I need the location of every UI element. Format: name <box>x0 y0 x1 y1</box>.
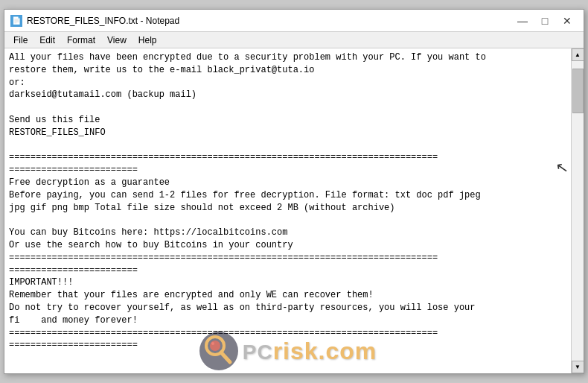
menu-help[interactable]: Help <box>132 34 163 47</box>
window-title: RESTORE_FILES_INFO.txt - Notepad <box>27 16 179 26</box>
title-bar: 📄 RESTORE_FILES_INFO.txt - Notepad — □ ✕ <box>4 10 584 32</box>
scroll-up-arrow[interactable]: ▲ <box>572 48 584 61</box>
menu-edit[interactable]: Edit <box>33 34 61 47</box>
menu-format[interactable]: Format <box>61 34 101 47</box>
menu-file[interactable]: File <box>7 34 33 47</box>
maximize-button[interactable]: □ <box>534 13 555 29</box>
scroll-track[interactable] <box>572 61 584 361</box>
scroll-down-arrow[interactable]: ▼ <box>572 361 584 373</box>
notepad-icon: 📄 <box>10 15 22 27</box>
text-editor[interactable]: All your files have been encrypted due t… <box>4 48 571 373</box>
scroll-thumb[interactable] <box>572 69 584 113</box>
menu-bar: File Edit Format View Help <box>4 32 584 48</box>
window-controls: — □ ✕ <box>512 13 578 29</box>
content-area: All your files have been encrypted due t… <box>4 48 584 373</box>
menu-view[interactable]: View <box>101 34 132 47</box>
close-button[interactable]: ✕ <box>557 13 578 29</box>
scrollbar[interactable]: ▲ ▼ <box>571 48 584 373</box>
title-bar-left: 📄 RESTORE_FILES_INFO.txt - Notepad <box>10 15 179 27</box>
minimize-button[interactable]: — <box>512 13 533 29</box>
notepad-window: 📄 RESTORE_FILES_INFO.txt - Notepad — □ ✕… <box>4 9 584 374</box>
